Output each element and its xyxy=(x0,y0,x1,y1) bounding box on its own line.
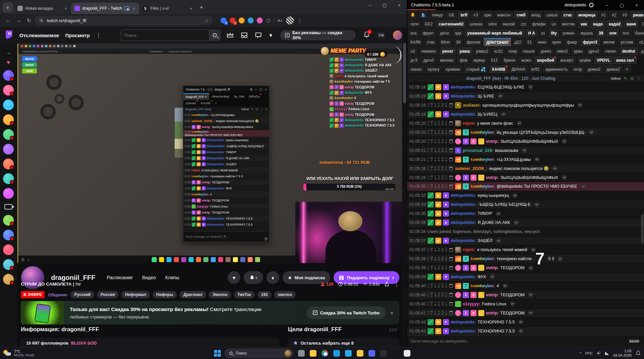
delete-message-icon[interactable] xyxy=(449,248,453,252)
chat-username[interactable]: deitopoteito: xyxy=(451,238,476,243)
chatterino-tab[interactable]: us xyxy=(549,20,559,28)
delete-message-icon[interactable] xyxy=(449,284,453,288)
chat-username[interactable]: deitopoteito: xyxy=(451,112,476,117)
timeout-button-1m[interactable]: 1m xyxy=(434,121,436,125)
timeout-button-11m[interactable]: 11m xyxy=(441,293,444,297)
chat-username[interactable]: deitopoteito: xyxy=(451,202,476,207)
chatterino-tab[interactable]: нико xyxy=(535,38,549,46)
nav-more-icon[interactable]: ⋮ xyxy=(96,32,101,39)
timeout-button-1m[interactable]: 1m xyxy=(434,139,436,143)
timeout-button-1s[interactable]: 1s xyxy=(428,175,429,180)
sidebar-channel-avatar[interactable] xyxy=(3,85,14,96)
chat-username[interactable]: vvtrip: xyxy=(486,265,499,270)
browser-tab-0[interactable]: Новая вкладка× xyxy=(14,3,71,14)
chatterino-tab[interactable]: устоев xyxy=(618,38,636,46)
timeout-button-11m[interactable]: 11m xyxy=(441,284,444,288)
chatterino-tab[interactable]: <3 xyxy=(470,11,481,19)
chat-username[interactable]: asdiasei: xyxy=(463,103,481,108)
reply-icon[interactable]: ↩ xyxy=(496,238,501,243)
chat-username[interactable]: deitopoteito: xyxy=(207,144,225,148)
timeout-button-2w[interactable]: 2w xyxy=(445,257,447,261)
timeout-button-5m[interactable]: 5m xyxy=(438,139,440,143)
user-avatar[interactable] xyxy=(393,31,402,40)
twitch-logo[interactable] xyxy=(5,31,13,40)
reply-icon[interactable]: ↩ xyxy=(512,193,517,198)
channel-link-videos[interactable]: Видео xyxy=(142,275,156,280)
timeout-button-11m[interactable]: 11m xyxy=(441,257,444,261)
forward-icon[interactable]: → xyxy=(16,17,21,24)
chatterino-tab[interactable]: днкез xyxy=(538,47,554,55)
chatterino-tab[interactable]: бумли xyxy=(501,56,518,64)
taskbar-app-icon-9[interactable] xyxy=(403,349,411,358)
timeout-button-1s[interactable]: 1s xyxy=(428,266,429,270)
chat-username[interactable]: vvtrip: xyxy=(202,199,211,202)
chatterino-tab[interactable]: 38 xyxy=(596,29,606,37)
mini-follow-button[interactable]: follow xyxy=(241,108,249,111)
chat-username[interactable]: koenheylen: xyxy=(470,157,495,162)
timeout-button-30s[interactable]: 30s xyxy=(430,248,433,252)
chatterino-tab[interactable]: д22 xyxy=(512,38,524,46)
chat-username[interactable]: deitopoteito: xyxy=(207,217,225,220)
chatterino-tab[interactable]: И А xyxy=(526,29,538,37)
chatterino-tab[interactable]: галя xyxy=(408,20,421,28)
follow-button[interactable]: follow xyxy=(611,76,621,80)
chatterino-tab[interactable]: л1 xyxy=(636,38,644,46)
timeout-button-1m[interactable]: 1m xyxy=(434,266,436,270)
tag-pill[interactable]: Драгонил xyxy=(180,291,206,298)
mini-minimize-icon[interactable]: – xyxy=(255,88,257,91)
chatterino-tab[interactable]: сантехник02 xyxy=(436,20,466,28)
timeout-button-1s[interactable]: 1s xyxy=(428,166,429,171)
chatterino-tab[interactable]: крайм xyxy=(577,56,594,64)
chatterino-tab[interactable]: глеб xyxy=(514,11,528,19)
network-icon[interactable] xyxy=(605,352,609,355)
timeout-button-2w[interactable]: 2w xyxy=(445,248,447,252)
mini-message-input[interactable] xyxy=(183,232,262,241)
chatterino-tab[interactable]: хулагу xyxy=(425,65,442,73)
mini-tab[interactable]: AlinaVorobey xyxy=(209,93,232,100)
sidebar-videos-icon[interactable] xyxy=(4,204,12,210)
timeout-button-11m[interactable]: 11m xyxy=(441,130,444,134)
stream-more-icon[interactable]: ⋮ xyxy=(394,281,399,287)
chatterino-tab[interactable]: GE2 xyxy=(422,20,435,28)
timeout-button-1s[interactable]: 1s xyxy=(428,311,429,315)
taskbar-search[interactable]: Поиск xyxy=(225,349,293,358)
reply-icon[interactable]: ↩ xyxy=(514,220,519,225)
timeout-button-30s[interactable]: 30s xyxy=(430,302,433,306)
chatterino-tab[interactable]: максон xyxy=(495,11,513,19)
chat-username[interactable]: koenheylen: xyxy=(470,184,495,189)
site-info-icon[interactable]: ● xyxy=(39,18,44,23)
followers-link[interactable]: BLOXA SOD xyxy=(71,341,97,346)
sidebar-expand-icon[interactable]: → xyxy=(6,50,11,55)
maximize-icon[interactable]: ▢ xyxy=(377,0,392,10)
chatterino-tab[interactable]: уважаемый марк любимый xyxy=(464,29,525,37)
chatterino-tab[interactable]: деси xyxy=(437,29,451,37)
reply-icon[interactable]: ↩ xyxy=(528,292,533,297)
chatterino-tab[interactable]: ДИАНА xyxy=(509,65,528,73)
chat-username[interactable]: koenheylen: xyxy=(470,256,495,261)
chatterino-account[interactable]: deitopoteito xyxy=(564,3,586,7)
sidebar-channel-avatar[interactable] xyxy=(3,244,14,255)
chat-scrollbar-thumb[interactable] xyxy=(641,214,643,243)
chat-username[interactable]: vvtrip: xyxy=(486,293,499,297)
start-button[interactable] xyxy=(214,350,221,357)
tag-pill[interactable]: Нефоры xyxy=(153,291,177,298)
chat-username[interactable]: sutener_2OO9_: xyxy=(455,166,488,171)
timeout-button-30s[interactable]: 30s xyxy=(430,139,433,143)
sidebar-heart-icon[interactable]: ♥ xyxy=(7,59,10,66)
address-bar[interactable]: ● twitch.tv/dragoniil_fff ☆ xyxy=(35,16,212,25)
timeout-button-30s[interactable]: 30s xyxy=(430,157,433,162)
chatterino-tab[interactable]: + xyxy=(624,65,631,73)
sidebar-channel-avatar[interactable] xyxy=(3,188,14,199)
taskbar-app-icon-1[interactable] xyxy=(309,349,317,358)
timeout-button-2w[interactable]: 2w xyxy=(445,184,447,189)
settings-gear-icon[interactable] xyxy=(589,3,594,7)
taskbar-app-icon-7[interactable] xyxy=(379,349,388,358)
seventv-icon[interactable]: 7тв xyxy=(378,33,385,38)
delete-message-icon[interactable] xyxy=(449,103,453,107)
delete-message-icon[interactable] xyxy=(449,158,453,161)
delete-message-icon[interactable] xyxy=(449,167,453,170)
taskbar-app-icon-5[interactable] xyxy=(356,349,364,358)
sidebar-channel-avatar[interactable] xyxy=(3,274,14,285)
chat-username[interactable]: deitopoteito: xyxy=(207,163,225,166)
reply-icon[interactable]: ↩ xyxy=(510,301,515,306)
